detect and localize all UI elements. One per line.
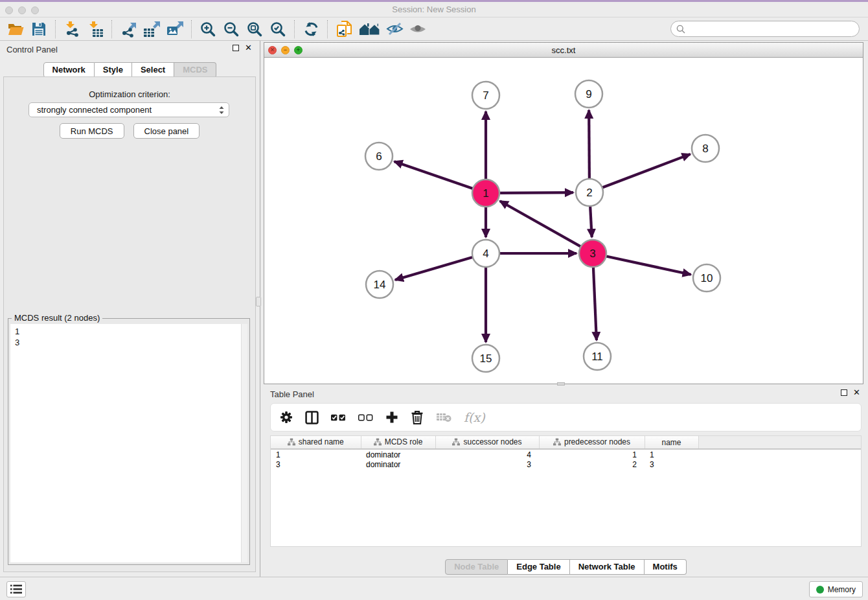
export-network-button[interactable] [117, 19, 140, 40]
hierarchy-icon [374, 438, 382, 446]
table-cell[interactable]: 1 [539, 449, 645, 459]
clone-network-button[interactable] [332, 19, 356, 40]
close-panel-button[interactable]: Close panel [133, 123, 200, 139]
node-table: shared name MCDS role successor nodes pr… [270, 435, 862, 547]
export-table-icon [143, 21, 161, 38]
column-header-predecessor-nodes[interactable]: predecessor nodes [539, 436, 645, 449]
search-box[interactable] [670, 21, 860, 37]
split-columns-icon [305, 411, 319, 424]
refresh-view-button[interactable] [299, 19, 323, 40]
table-cell[interactable]: 2 [539, 459, 645, 470]
open-session-button[interactable] [4, 19, 27, 40]
table-cell[interactable]: 4 [435, 449, 539, 459]
network-window-titlebar[interactable]: ✕ − + scc.txt [264, 43, 863, 58]
table-row[interactable]: 3dominator323 [271, 459, 861, 470]
table-cell-filler [698, 459, 861, 470]
task-history-button[interactable] [6, 581, 26, 597]
tab-network-table[interactable]: Network Table [570, 559, 645, 575]
graph-edge-3-10[interactable] [605, 256, 691, 275]
apply-function-button-disabled: f(x) [464, 410, 485, 424]
home-pair-icon [359, 22, 380, 36]
table-cell[interactable]: 1 [645, 449, 698, 459]
graph-edge-1-6[interactable] [394, 161, 474, 189]
table-cell[interactable]: dominator [361, 459, 435, 470]
table-cell[interactable]: 3 [645, 459, 698, 470]
network-canvas[interactable]: 7968124314101511 [264, 58, 863, 384]
mcds-result-box: MCDS result (2 nodes) 1 3 [8, 318, 250, 565]
memory-button[interactable]: Memory [809, 581, 863, 597]
memory-label: Memory [828, 585, 856, 594]
column-header-successor-nodes[interactable]: successor nodes [435, 436, 539, 449]
add-column-button[interactable] [385, 411, 398, 424]
panel-split-handle[interactable] [256, 297, 261, 306]
tab-edge-table[interactable]: Edge Table [508, 559, 569, 575]
table-cell[interactable]: dominator [361, 449, 435, 459]
column-header-mcds-role[interactable]: MCDS role [361, 436, 435, 449]
show-all-button[interactable] [406, 19, 429, 40]
delete-column-button[interactable] [411, 410, 424, 424]
table-settings-button[interactable] [280, 411, 293, 424]
zoom-out-button[interactable] [220, 19, 243, 40]
export-image-button[interactable] [163, 19, 187, 40]
select-all-button[interactable] [331, 414, 346, 421]
tab-motifs[interactable]: Motifs [645, 559, 687, 575]
show-columns-button[interactable] [305, 411, 319, 424]
tab-network[interactable]: Network [43, 62, 95, 78]
plus-icon [385, 411, 398, 424]
open-folder-icon [8, 22, 24, 36]
trash-icon [411, 410, 424, 424]
graph-edge-3-1[interactable] [500, 201, 582, 247]
first-neighbors-button[interactable] [356, 19, 383, 40]
table-header-row: shared name MCDS role successor nodes pr… [271, 436, 861, 449]
dropdown-stepper-icon [218, 105, 225, 115]
export-network-icon [120, 21, 137, 38]
table-cell[interactable]: 1 [271, 449, 361, 459]
table-cell[interactable]: 3 [271, 459, 361, 470]
deselect-all-button[interactable] [358, 414, 373, 421]
zoom-in-button[interactable] [196, 19, 220, 40]
run-mcds-button[interactable]: Run MCDS [60, 123, 124, 139]
graph-edge-2-9[interactable] [589, 110, 589, 180]
column-header-name[interactable]: name [645, 436, 698, 449]
column-header-shared-name[interactable]: shared name [271, 436, 361, 449]
graph-edge-1-2[interactable] [498, 192, 573, 193]
tab-style[interactable]: Style [95, 62, 132, 78]
mcds-result-text: 1 3 [15, 326, 19, 348]
graph-node-label-7: 7 [483, 89, 488, 102]
mcds-result-area[interactable]: 1 3 [10, 324, 247, 562]
zoom-out-icon [223, 21, 239, 37]
table-panel-header: Table Panel ✕ [264, 386, 868, 403]
panel-split-divider[interactable] [260, 41, 260, 577]
table-row[interactable]: 1dominator411 [271, 449, 861, 459]
criterion-dropdown[interactable]: strongly connected component [29, 102, 229, 117]
save-session-button[interactable] [27, 19, 51, 40]
tab-mcds[interactable]: MCDS [174, 62, 216, 78]
graph-edge-2-3[interactable] [590, 205, 592, 237]
close-table-panel-icon[interactable]: ✕ [853, 389, 860, 396]
result-scrollbar[interactable] [241, 324, 247, 562]
zoom-fit-button[interactable] [243, 19, 266, 40]
gear-icon [280, 411, 293, 424]
graph-edge-4-14[interactable] [395, 257, 474, 280]
zoom-selected-button[interactable] [266, 19, 290, 40]
import-network-button[interactable] [60, 19, 84, 40]
column-header-filler [698, 436, 861, 449]
network-graph[interactable]: 7968124314101511 [264, 58, 863, 384]
export-table-button[interactable] [140, 19, 163, 40]
unchecked-boxes-icon [358, 414, 373, 421]
control-panel: Control Panel ✕ Network Style Select MCD… [0, 41, 260, 577]
float-panel-icon[interactable] [233, 45, 239, 51]
search-input[interactable] [688, 24, 859, 34]
graph-edge-2-8[interactable] [601, 154, 691, 188]
tab-node-table[interactable]: Node Table [445, 559, 508, 575]
close-panel-icon[interactable]: ✕ [245, 45, 252, 51]
graph-node-label-14: 14 [374, 279, 386, 291]
hide-selected-button[interactable] [383, 19, 406, 40]
float-table-panel-icon[interactable] [841, 389, 847, 396]
table-cell-filler [698, 449, 861, 459]
table-cell[interactable]: 3 [435, 459, 539, 470]
tab-select[interactable]: Select [132, 62, 174, 78]
graph-edge-3-11[interactable] [593, 266, 597, 340]
toolbar-separator [111, 20, 112, 38]
import-table-button[interactable] [84, 19, 107, 40]
